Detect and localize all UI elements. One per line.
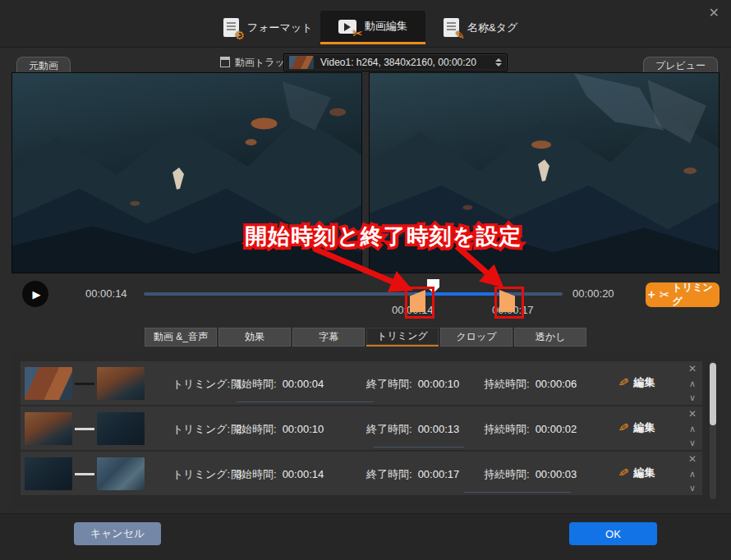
start-time-value: 00:00:14 [283,468,324,480]
tab-trim[interactable]: トリミング [366,328,439,347]
trim-list-panel: トリミング:1 開始時間:00:00:04 終了時間:00:00:10 持続時間… [11,351,720,509]
cancel-button[interactable]: キャンセル [74,522,161,545]
tab-video-edit[interactable]: ✂ 動画編集 [320,11,425,44]
add-trim-label: トリミング [673,281,720,309]
scrollbar-thumb[interactable] [710,363,716,425]
start-time-value: 00:00:10 [283,423,324,435]
pencil-icon: ✎ [455,30,465,41]
tab-watermark[interactable]: 透かし [514,328,586,347]
play-icon: ▶ [33,288,41,301]
video-track-bar: 動画トラック: Video1: h264, 3840x2160, 00:00:2… [0,51,731,74]
tab-name-tag-label: 名称&タグ [467,21,517,35]
film-scissors-icon: ✂ [338,20,356,34]
duration-value: 00:00:06 [536,378,577,390]
top-tab-bar: ✕ ⚙ フォーマット ✂ 動画編集 ✎ 名称&タグ [0,0,731,48]
start-time-label: 開始時間: [231,378,277,390]
track-thumbnail [289,56,314,69]
trim-row-2: トリミング:2 開始時間:00:00:10 終了時間:00:00:13 持続時間… [21,406,702,450]
pencil-icon: ✎ [618,465,631,481]
edit-tab-bar: 動画 &_音声 効果 字幕 トリミング クロップ 透かし [145,328,586,347]
move-down-icon[interactable]: ∨ [689,393,696,402]
end-time-label: 終了時間: [366,468,412,480]
trim-row-3: トリミング:3 開始時間:00:00:14 終了時間:00:00:17 持続時間… [21,452,702,495]
move-down-icon[interactable]: ∨ [689,484,696,493]
video-edit-dialog: ✕ ⚙ フォーマット ✂ 動画編集 ✎ 名称&タグ 動画トラック: Video1… [0,0,731,560]
total-time: 00:00:20 [572,287,614,300]
trim-start-thumbnail [25,412,72,445]
duration-label: 持続時間: [484,378,530,390]
pencil-icon: ✎ [618,420,631,436]
field-underline [374,447,464,448]
track-selected-value: Video1: h264, 3840x2160, 00:00:20 [320,57,476,68]
end-time-value: 00:00:13 [418,423,460,435]
scissors-icon: ✂ [352,27,363,39]
edit-button[interactable]: ✎編集 [618,420,655,435]
gear-icon: ⚙ [234,30,245,41]
scissors-icon: ✂ [660,287,670,302]
tab-format[interactable]: ⚙ フォーマット [205,11,331,44]
trim-end-thumbnail [97,367,145,400]
annotation-box-start-handle [405,287,434,319]
start-time-label: 開始時間: [231,423,277,435]
tab-subtitles[interactable]: 字幕 [292,328,365,347]
tab-crop[interactable]: クロップ [440,328,513,347]
edit-button[interactable]: ✎編集 [618,466,655,480]
trim-start-thumbnail [25,457,72,490]
end-time-label: 終了時間: [366,378,412,390]
annotation-text: 開始時刻と終了時刻を設定 [245,222,522,251]
nametag-document-icon: ✎ [444,18,459,37]
tab-effects[interactable]: 効果 [218,328,291,347]
chevron-updown-icon [495,58,502,67]
tab-video-audio[interactable]: 動画 &_音声 [145,328,217,347]
remove-trim-icon[interactable]: ✕ [688,364,697,374]
play-button[interactable]: ▶ [21,280,49,308]
end-time-label: 終了時間: [366,423,412,435]
tab-name-tag[interactable]: ✎ 名称&タグ [425,11,536,44]
start-time-value: 00:00:04 [283,378,324,390]
edit-label: 編集 [634,420,655,435]
thumbnail-connector [75,473,94,475]
tab-format-label: フォーマット [247,21,313,35]
end-time-value: 00:00:10 [418,378,460,390]
current-time: 00:00:14 [85,287,127,300]
field-underline [237,402,374,402]
remove-trim-icon[interactable]: ✕ [688,409,697,419]
annotation-box-end-handle [494,287,524,319]
move-up-icon[interactable]: ∧ [689,470,696,479]
trim-start-thumbnail [25,367,72,400]
field-underline [464,492,571,493]
thumbnail-connector [75,383,94,385]
duration-label: 持続時間: [484,423,530,435]
duration-value: 00:00:03 [536,468,577,480]
trim-name-label: トリミング: [172,423,230,435]
move-up-icon[interactable]: ∧ [689,379,696,388]
end-time-value: 00:00:17 [418,468,460,480]
add-trim-button[interactable]: ＋✂トリミング [646,282,720,307]
edit-label: 編集 [634,375,655,390]
tab-video-edit-label: 動画編集 [365,19,407,34]
ok-button[interactable]: OK [569,522,657,545]
video-track-dropdown[interactable]: Video1: h264, 3840x2160, 00:00:20 [283,53,508,71]
edit-button[interactable]: ✎編集 [618,375,655,390]
video-track-icon [220,57,230,67]
duration-label: 持続時間: [484,468,530,480]
move-down-icon[interactable]: ∨ [689,438,696,448]
plus-icon: ＋ [646,287,657,302]
remove-trim-icon[interactable]: ✕ [688,454,697,464]
format-document-icon: ⚙ [223,18,239,37]
trim-name-label: トリミング: [172,378,230,390]
trim-name-label: トリミング: [172,468,230,480]
dialog-footer: キャンセル OK [0,513,731,560]
trim-row-1: トリミング:1 開始時間:00:00:04 終了時間:00:00:10 持続時間… [21,361,702,405]
source-video-label: 元動画 [16,57,71,74]
start-time-label: 開始時間: [231,468,277,480]
trim-end-thumbnail [97,457,145,490]
duration-value: 00:00:02 [536,423,577,435]
pencil-icon: ✎ [618,374,631,391]
close-icon[interactable]: ✕ [709,5,720,21]
thumbnail-connector [75,428,94,430]
trim-end-thumbnail [97,412,145,445]
move-up-icon[interactable]: ∧ [689,425,696,434]
edit-label: 編集 [634,466,655,480]
preview-label: プレビュー [643,57,718,74]
